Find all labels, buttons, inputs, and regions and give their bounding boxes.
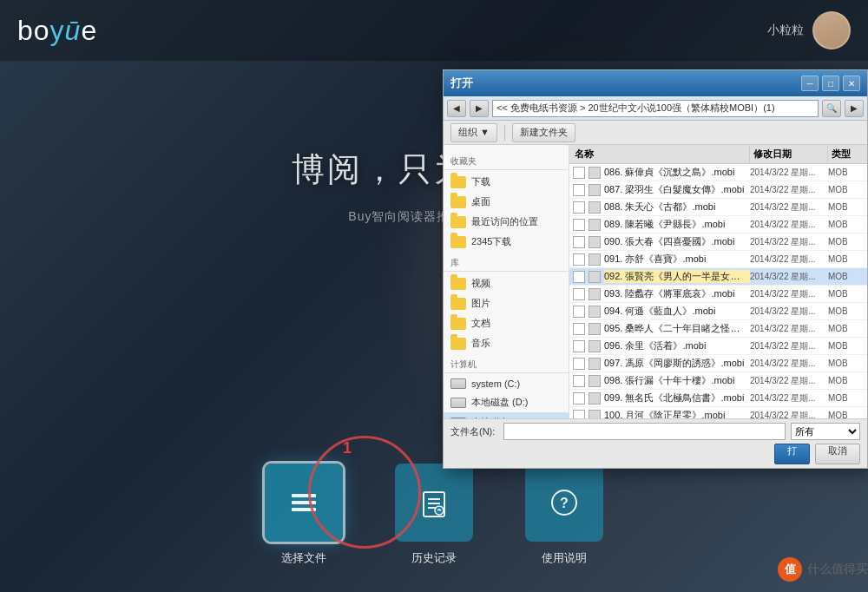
close-button[interactable]: ✕ <box>843 76 860 91</box>
file-checkbox[interactable] <box>573 340 585 352</box>
file-date: 2014/3/22 星期... <box>750 288 828 300</box>
left-item-label: 2345下载 <box>471 235 511 248</box>
new-folder-button[interactable]: 新建文件夹 <box>512 123 575 142</box>
table-row[interactable]: 096. 余里《活着》.mobi 2014/3/22 星期... MOB <box>569 338 867 355</box>
file-icon <box>589 410 601 419</box>
drive-icon <box>450 398 466 408</box>
file-checkbox[interactable] <box>573 236 585 248</box>
computer-header: 计算机 <box>444 353 569 373</box>
col-name-header[interactable]: 名称 <box>569 145 750 163</box>
file-checkbox[interactable] <box>573 306 585 318</box>
libraries-header: 库 <box>444 252 569 272</box>
select-file-label: 选择文件 <box>281 550 326 566</box>
dialog-body: 收藏夹 下载 桌面 最近访问的位置 2345下载 库 视频 <box>444 145 867 418</box>
file-icon <box>589 358 601 370</box>
dialog-controls: ─ □ ✕ <box>801 76 860 91</box>
left-item-drive-e[interactable]: 本地磁盘 (E:) <box>444 412 569 418</box>
table-row[interactable]: 098. 張行漏《十年十樓》.mobi 2014/3/22 星期... MOB <box>569 372 867 390</box>
organize-button[interactable]: 组织 ▼ <box>450 123 497 142</box>
table-row[interactable]: 097. 馮原《岡廖斯的誘惑》.mobi 2014/3/22 星期... MOB <box>569 355 867 372</box>
username-label: 小粒粒 <box>767 23 804 38</box>
nav-help-button[interactable]: ? 使用说明 <box>525 464 603 566</box>
table-row[interactable]: 088. 朱天心《古都》.mobi 2014/3/22 星期... MOB <box>569 199 867 216</box>
left-item-drive-c[interactable]: system (C:) <box>444 375 569 392</box>
file-checkbox[interactable] <box>573 271 585 283</box>
app-logo: boyūe <box>17 15 97 47</box>
left-item-label: 视频 <box>471 277 490 290</box>
file-checkbox[interactable] <box>573 167 585 179</box>
drive-icon <box>450 378 466 389</box>
minimize-button[interactable]: ─ <box>801 76 819 91</box>
favorites-header: 收藏夹 <box>444 150 569 170</box>
left-item-documents[interactable]: 文档 <box>444 313 569 333</box>
back-button[interactable]: ◀ <box>447 100 466 117</box>
file-checkbox[interactable] <box>573 392 585 405</box>
address-go-button[interactable]: ▶ <box>845 100 864 117</box>
file-checkbox[interactable] <box>573 358 585 370</box>
file-checkbox[interactable] <box>573 219 585 231</box>
file-name: 090. 張大春《四喜憂國》.mobi <box>604 235 750 248</box>
file-icon <box>589 306 601 318</box>
address-search-button[interactable]: 🔍 <box>822 100 841 117</box>
left-item-label: 最近访问的位置 <box>471 215 538 228</box>
dialog-title: 打开 <box>450 76 473 91</box>
dialog-titlebar: 打开 ─ □ ✕ <box>444 70 867 96</box>
left-item-recent[interactable]: 最近访问的位置 <box>444 212 569 232</box>
file-name: 097. 馮原《岡廖斯的誘惑》.mobi <box>604 357 750 370</box>
forward-button[interactable]: ▶ <box>470 100 489 117</box>
table-row[interactable]: 087. 梁羽生《白髮魔女傳》.mobi 2014/3/22 星期... MOB <box>569 181 867 199</box>
col-date-header[interactable]: 修改日期 <box>750 145 828 163</box>
address-path[interactable]: << 免费电纸书资源 > 20世纪中文小说100强（繁体精校MOBI）(1) <box>492 100 819 117</box>
left-item-drive-d[interactable]: 本地磁盘 (D:) <box>444 392 569 412</box>
file-icon <box>589 253 601 266</box>
file-checkbox[interactable] <box>573 288 585 300</box>
file-open-dialog: 打开 ─ □ ✕ ◀ ▶ << 免费电纸书资源 > 20世纪中文小说100强（繁… <box>443 69 868 469</box>
left-item-downloads[interactable]: 下载 <box>444 172 569 192</box>
left-item-pictures[interactable]: 图片 <box>444 293 569 313</box>
file-date: 2014/3/22 星期... <box>750 236 828 248</box>
file-date: 2014/3/22 星期... <box>750 219 828 231</box>
file-checkbox[interactable] <box>573 410 585 419</box>
table-row[interactable]: 090. 張大春《四喜憂國》.mobi 2014/3/22 星期... MOB <box>569 234 867 251</box>
file-checkbox[interactable] <box>573 184 585 196</box>
annotation-circle <box>308 436 421 549</box>
table-row[interactable]: 093. 陸蠡存《將軍底哀》.mobi 2014/3/22 星期... MOB <box>569 286 867 303</box>
file-icon <box>589 167 601 179</box>
filename-input[interactable] <box>503 423 786 440</box>
file-date: 2014/3/22 星期... <box>750 253 828 266</box>
left-item-label: system (C:) <box>471 378 520 389</box>
header: boyūe 小粒粒 <box>0 0 868 61</box>
file-date: 2014/3/22 星期... <box>750 410 828 419</box>
file-checkbox[interactable] <box>573 323 585 335</box>
left-item-video[interactable]: 视频 <box>444 273 569 293</box>
table-row[interactable]: 086. 蘇偉貞《沉默之島》.mobi 2014/3/22 星期... MOB <box>569 164 867 181</box>
table-row[interactable]: 099. 無名氏《北極鳥信書》.mobi 2014/3/22 星期... MOB <box>569 390 867 407</box>
cancel-button[interactable]: 取消 <box>815 444 860 464</box>
avatar[interactable] <box>812 11 851 49</box>
left-item-desktop[interactable]: 桌面 <box>444 192 569 212</box>
open-button[interactable]: 打 <box>774 444 810 464</box>
filetype-select[interactable]: 所有 <box>791 423 860 440</box>
file-date: 2014/3/22 星期... <box>750 323 828 335</box>
file-type: MOB <box>828 341 867 351</box>
folder-icon <box>450 196 466 208</box>
filename-row: 文件名(N): 所有 <box>450 423 860 440</box>
file-date: 2014/3/22 星期... <box>750 184 828 196</box>
file-name: 086. 蘇偉貞《沉默之島》.mobi <box>604 166 750 179</box>
table-row[interactable]: 089. 陳若曦《尹縣長》.mobi 2014/3/22 星期... MOB <box>569 216 867 234</box>
file-name: 093. 陸蠡存《將軍底哀》.mobi <box>604 287 750 300</box>
file-checkbox[interactable] <box>573 253 585 266</box>
left-item-2345[interactable]: 2345下载 <box>444 232 569 252</box>
left-item-music[interactable]: 音乐 <box>444 333 569 353</box>
file-checkbox[interactable] <box>573 375 585 387</box>
table-row[interactable]: 095. 桑晔人《二十年目睹之怪現狀》.m... 2014/3/22 星期...… <box>569 320 867 338</box>
table-row[interactable]: 100. 月河《陰正星零》.mobi 2014/3/22 星期... MOB <box>569 407 867 418</box>
maximize-button[interactable]: □ <box>822 76 839 91</box>
table-row[interactable]: 094. 何遜《藍血人》.mobi 2014/3/22 星期... MOB <box>569 303 867 320</box>
table-row[interactable]: 091. 亦舒《喜寶》.mobi 2014/3/22 星期... MOB <box>569 251 867 268</box>
file-icon <box>589 323 601 335</box>
file-date: 2014/3/22 星期... <box>750 392 828 405</box>
col-type-header[interactable]: 类型 <box>828 145 867 163</box>
table-row[interactable]: 092. 張賢亮《男人的一半是女人》.mobi 2014/3/22 星期... … <box>569 268 867 286</box>
file-checkbox[interactable] <box>573 201 585 214</box>
